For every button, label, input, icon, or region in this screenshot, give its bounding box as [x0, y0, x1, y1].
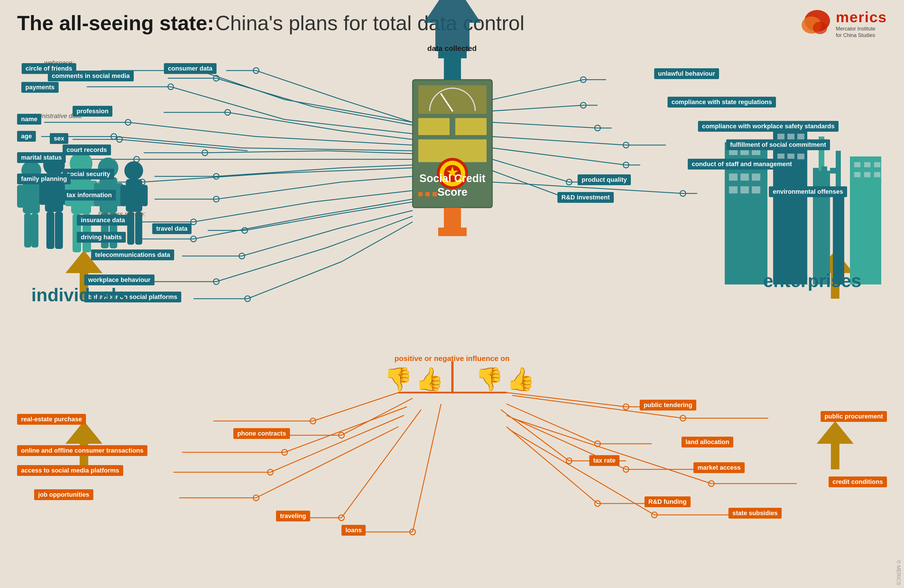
tag-phone-contracts: phone contracts — [233, 428, 290, 439]
svg-point-88 — [239, 253, 245, 259]
svg-rect-216 — [740, 174, 749, 181]
svg-point-10 — [437, 158, 468, 189]
svg-rect-19 — [444, 57, 461, 80]
svg-line-69 — [142, 174, 270, 182]
svg-point-115 — [566, 179, 572, 185]
enterprises-label: enterprises — [763, 270, 861, 291]
svg-point-202 — [124, 161, 143, 180]
svg-rect-4 — [418, 85, 487, 114]
svg-point-159 — [623, 466, 629, 472]
svg-rect-182 — [24, 213, 31, 248]
svg-point-41 — [125, 120, 131, 125]
svg-text:👍: 👍 — [416, 365, 444, 392]
svg-point-33 — [253, 68, 259, 73]
svg-point-106 — [595, 125, 601, 131]
svg-rect-243 — [864, 172, 871, 177]
svg-point-150 — [680, 415, 686, 421]
svg-point-64 — [213, 174, 219, 179]
svg-rect-218 — [729, 187, 738, 193]
svg-line-111 — [492, 148, 626, 165]
svg-text:Score: Score — [437, 186, 468, 198]
tag-traveling: traveling — [276, 511, 310, 522]
tag-market-access: market access — [694, 462, 744, 473]
svg-point-100 — [580, 77, 586, 82]
svg-line-73 — [216, 182, 341, 199]
svg-line-140 — [341, 409, 421, 518]
svg-point-29 — [213, 75, 219, 81]
svg-rect-219 — [740, 187, 749, 193]
svg-point-96 — [245, 296, 250, 302]
tag-payments: payments — [21, 82, 58, 93]
svg-point-109 — [623, 142, 629, 148]
svg-rect-9 — [418, 139, 487, 162]
svg-rect-14 — [418, 192, 422, 196]
tag-job-opportunities: job opportunities — [34, 489, 93, 500]
tag-access-social-media: access to social media platforms — [17, 465, 123, 476]
svg-line-134 — [270, 415, 404, 472]
tag-tax-information: tax information — [63, 190, 116, 201]
svg-point-37 — [168, 84, 174, 90]
svg-rect-228 — [778, 153, 784, 159]
svg-line-6 — [441, 94, 452, 111]
svg-line-85 — [245, 213, 341, 231]
logo-text: merics Mercator Institute for China Stud… — [836, 8, 887, 39]
svg-point-2 — [813, 22, 827, 34]
logo-name: merics — [836, 8, 887, 25]
svg-line-30 — [216, 78, 313, 107]
svg-point-132 — [282, 449, 288, 455]
svg-line-47 — [341, 131, 412, 139]
svg-line-128 — [341, 398, 412, 435]
svg-rect-203 — [126, 179, 142, 212]
svg-point-80 — [191, 236, 196, 242]
svg-line-89 — [242, 228, 341, 256]
svg-line-97 — [248, 262, 341, 299]
svg-line-152 — [506, 404, 597, 444]
logo-area: merics Mercator Institute for China Stud… — [797, 8, 887, 39]
svg-point-76 — [191, 219, 196, 225]
svg-rect-180 — [17, 185, 24, 208]
svg-rect-244 — [874, 172, 880, 177]
svg-line-65 — [216, 168, 341, 176]
svg-line-94 — [327, 216, 412, 248]
svg-line-146 — [506, 392, 626, 407]
copyright: © MERICS — [896, 560, 901, 585]
svg-line-51 — [242, 148, 412, 151]
svg-point-156 — [566, 458, 572, 464]
tag-rd-investment: R&D investment — [558, 192, 614, 203]
tag-public-procurement: public procurement — [821, 411, 887, 422]
svg-point-147 — [623, 404, 629, 409]
svg-line-105 — [492, 122, 597, 128]
svg-rect-205 — [141, 185, 148, 206]
svg-point-72 — [213, 196, 219, 202]
svg-point-126 — [310, 418, 316, 424]
svg-text:👍: 👍 — [506, 365, 535, 392]
svg-line-99 — [492, 80, 583, 100]
svg-line-102 — [492, 105, 583, 111]
svg-line-26 — [199, 71, 284, 100]
svg-line-31 — [313, 107, 412, 125]
tag-credit-conditions: credit conditions — [828, 476, 887, 487]
tag-workplace-behaviour: workplace behaviour — [84, 275, 155, 285]
svg-point-56 — [202, 150, 208, 156]
svg-rect-8 — [455, 118, 487, 135]
tag-tax-rate: tax rate — [589, 455, 620, 466]
tag-consumer-data: consumer data — [164, 63, 217, 74]
tag-court-records: court records — [63, 144, 111, 155]
svg-line-125 — [313, 392, 398, 421]
svg-point-144 — [410, 529, 416, 535]
svg-line-35 — [341, 100, 412, 122]
svg-line-38 — [171, 87, 284, 120]
svg-point-138 — [253, 495, 259, 501]
pos-neg-label: positive or negative influence on — [394, 354, 510, 363]
tag-driving-habits: driving habits — [77, 232, 126, 243]
tag-profession: profession — [73, 106, 112, 117]
tag-state-subsidies: state subsidies — [729, 508, 782, 518]
svg-line-161 — [512, 418, 711, 484]
svg-point-168 — [652, 512, 657, 518]
svg-line-57 — [205, 151, 327, 153]
svg-line-93 — [216, 248, 327, 281]
svg-point-135 — [267, 469, 273, 475]
svg-point-49 — [111, 134, 117, 139]
svg-point-121 — [680, 191, 686, 196]
tag-insurance-data: insurance data — [77, 215, 129, 226]
